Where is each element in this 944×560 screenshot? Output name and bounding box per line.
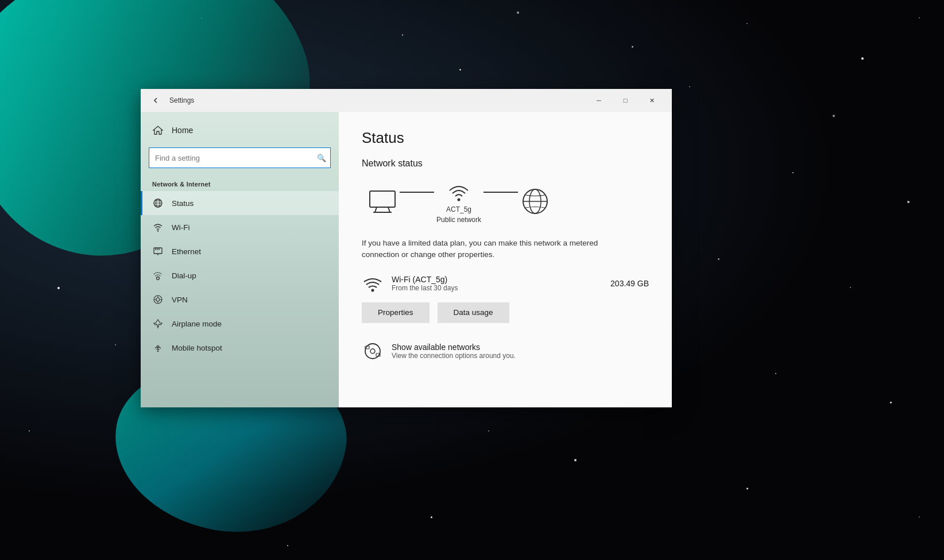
svg-point-12 bbox=[157, 277, 160, 280]
status-icon bbox=[152, 197, 164, 209]
line-2 bbox=[483, 192, 518, 193]
wifi-data-usage: 203.49 GB bbox=[610, 279, 649, 288]
ethernet-nav-icon bbox=[152, 246, 164, 257]
sidebar: Home 🔍 Network & Internet bbox=[141, 112, 339, 407]
globe-icon bbox=[520, 186, 550, 216]
sidebar-search-container: 🔍 bbox=[149, 147, 331, 168]
sidebar-item-status[interactable]: Status bbox=[141, 191, 339, 215]
wifi-connection-row: Wi-Fi (ACT_5g) From the last 30 days 203… bbox=[362, 273, 649, 294]
sidebar-status-label: Status bbox=[172, 199, 194, 208]
minimize-button[interactable]: ─ bbox=[586, 89, 612, 112]
sidebar-item-hotspot[interactable]: Mobile hotspot bbox=[141, 336, 339, 360]
network-status-heading: Network status bbox=[362, 158, 649, 169]
star bbox=[488, 430, 489, 431]
star bbox=[833, 115, 835, 117]
vpn-nav-icon bbox=[152, 294, 164, 305]
page-title: Status bbox=[362, 129, 649, 147]
star bbox=[919, 17, 920, 18]
close-button[interactable]: ✕ bbox=[639, 89, 665, 112]
home-icon bbox=[152, 125, 164, 136]
wifi-network-name: Wi-Fi (ACT_5g) bbox=[392, 275, 602, 284]
star bbox=[402, 34, 403, 36]
wifi-row-icon bbox=[362, 273, 384, 294]
computer-icon bbox=[367, 189, 397, 213]
dialup-nav-icon bbox=[152, 270, 164, 281]
sidebar-item-home[interactable]: Home bbox=[141, 118, 339, 143]
star bbox=[746, 23, 748, 24]
globe-icon-container bbox=[520, 186, 550, 216]
router-icon-container: ACT_5g Public network bbox=[436, 179, 481, 224]
metered-info-text: If you have a limited data plan, you can… bbox=[362, 238, 632, 261]
back-icon bbox=[152, 97, 159, 104]
back-button[interactable] bbox=[148, 92, 164, 108]
action-buttons: Properties Data usage bbox=[362, 302, 649, 323]
star bbox=[861, 57, 864, 60]
hotspot-nav-icon bbox=[152, 342, 164, 353]
star bbox=[287, 545, 288, 546]
line-1 bbox=[400, 192, 434, 193]
star bbox=[57, 287, 60, 289]
wifi-timeframe: From the last 30 days bbox=[392, 284, 602, 292]
svg-marker-0 bbox=[153, 126, 163, 134]
maximize-button[interactable]: □ bbox=[612, 89, 639, 112]
svg-point-6 bbox=[157, 230, 158, 231]
sidebar-item-ethernet[interactable]: Ethernet bbox=[141, 239, 339, 263]
settings-window: Settings ─ □ ✕ Home 🔍 bbox=[141, 89, 672, 407]
data-usage-button[interactable]: Data usage bbox=[438, 302, 509, 323]
properties-button[interactable]: Properties bbox=[362, 302, 430, 323]
star bbox=[792, 172, 794, 173]
sidebar-item-airplane[interactable]: Airplane mode bbox=[141, 312, 339, 336]
wifi-nav-icon bbox=[152, 221, 164, 233]
search-input[interactable] bbox=[149, 147, 331, 168]
star bbox=[919, 516, 920, 518]
star bbox=[574, 459, 577, 461]
content-area: Status Network status bbox=[339, 112, 672, 407]
sidebar-dialup-label: Dial-up bbox=[172, 271, 196, 280]
window-controls: ─ □ ✕ bbox=[586, 89, 665, 112]
svg-point-14 bbox=[156, 298, 160, 301]
sidebar-item-dialup[interactable]: Dial-up bbox=[141, 263, 339, 287]
sidebar-item-vpn[interactable]: VPN bbox=[141, 287, 339, 312]
svg-point-26 bbox=[458, 199, 461, 201]
svg-point-19 bbox=[157, 351, 159, 352]
svg-line-24 bbox=[388, 207, 390, 212]
star bbox=[632, 46, 633, 48]
svg-line-23 bbox=[375, 207, 377, 212]
sidebar-section-title: Network & Internet bbox=[141, 175, 339, 191]
sidebar-home-label: Home bbox=[172, 126, 193, 135]
star bbox=[907, 201, 910, 203]
window-body: Home 🔍 Network & Internet bbox=[141, 112, 672, 407]
sidebar-hotspot-label: Mobile hotspot bbox=[172, 344, 222, 352]
sidebar-wifi-label: Wi-Fi bbox=[172, 223, 189, 232]
network-type-label: Public network bbox=[436, 216, 481, 224]
svg-rect-22 bbox=[370, 191, 395, 207]
wifi-info: Wi-Fi (ACT_5g) From the last 30 days bbox=[392, 275, 602, 292]
sidebar-item-wifi[interactable]: Wi-Fi bbox=[141, 215, 339, 239]
show-networks-sub: View the connection options around you. bbox=[392, 352, 516, 360]
network-diagram: ACT_5g Public network bbox=[362, 179, 649, 224]
star bbox=[115, 344, 116, 345]
svg-rect-7 bbox=[154, 248, 162, 254]
svg-point-30 bbox=[372, 289, 374, 291]
star bbox=[775, 373, 776, 374]
titlebar-title: Settings bbox=[169, 96, 586, 104]
star bbox=[689, 86, 690, 87]
star bbox=[459, 69, 461, 71]
router-label: ACT_5g bbox=[446, 205, 471, 213]
titlebar: Settings ─ □ ✕ bbox=[141, 89, 672, 112]
star bbox=[517, 11, 519, 14]
sidebar-ethernet-label: Ethernet bbox=[172, 247, 201, 256]
star bbox=[718, 258, 719, 260]
computer-icon-container bbox=[367, 189, 397, 213]
sidebar-airplane-label: Airplane mode bbox=[172, 320, 222, 328]
show-networks-text: Show available networks View the connect… bbox=[392, 343, 516, 360]
star bbox=[431, 516, 432, 518]
show-networks-title: Show available networks bbox=[392, 343, 516, 352]
star bbox=[746, 488, 748, 489]
sidebar-vpn-label: VPN bbox=[172, 295, 188, 304]
airplane-nav-icon bbox=[152, 318, 164, 329]
star bbox=[850, 287, 851, 288]
show-networks-row[interactable]: Show available networks View the connect… bbox=[362, 337, 649, 365]
search-icon: 🔍 bbox=[317, 154, 326, 162]
router-icon bbox=[444, 179, 474, 203]
